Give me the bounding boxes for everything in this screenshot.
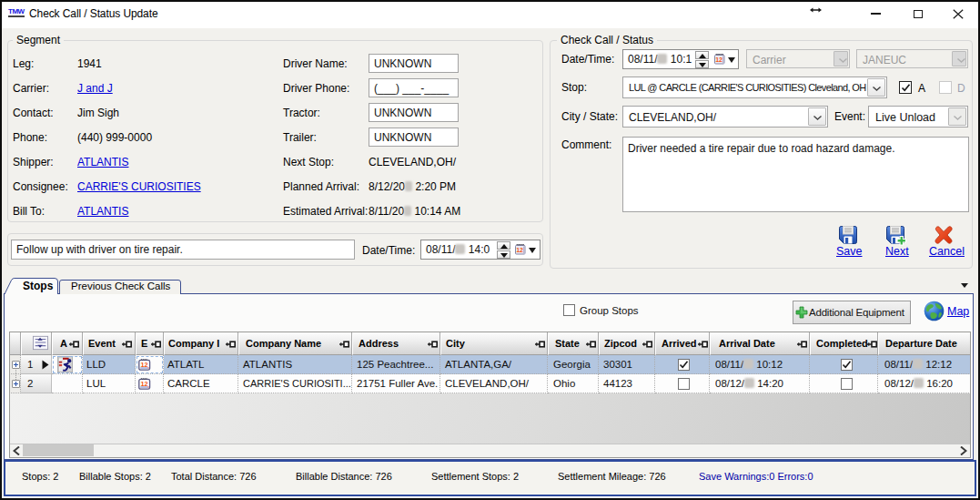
svg-text:12: 12 (141, 361, 148, 369)
svg-text:12: 12 (516, 247, 523, 253)
svg-text:12: 12 (715, 56, 722, 63)
svg-text:12: 12 (141, 380, 148, 388)
